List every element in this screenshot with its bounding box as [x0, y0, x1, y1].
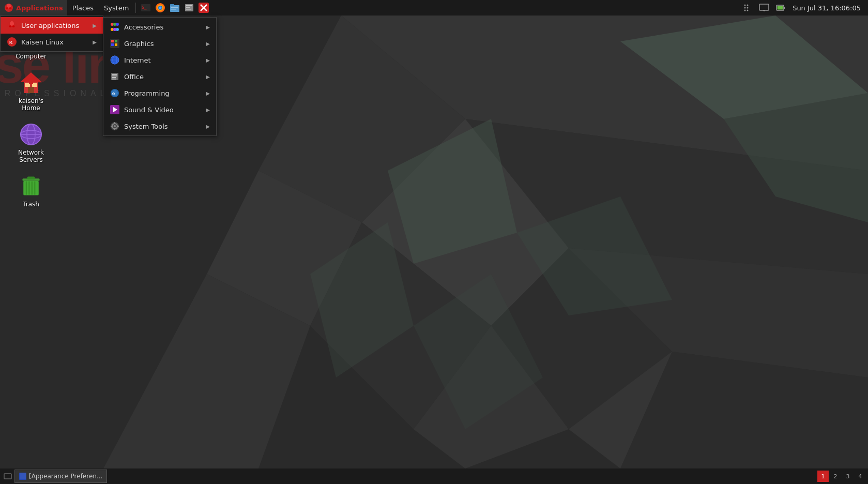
- terminal-launch-button[interactable]: $_: [139, 1, 153, 14]
- svg-rect-115: [114, 129, 115, 130]
- system-tools-icon: [110, 121, 120, 131]
- svg-rect-67: [29, 80, 33, 84]
- trash-icon-label: Trash: [23, 201, 39, 208]
- redapp-icon: [199, 3, 209, 13]
- panel-right: Sun Jul 31, 16:06:05: [741, 0, 868, 16]
- menu-item-kaisen-linux[interactable]: K Kaisen Linux ▶: [1, 34, 103, 50]
- accessories-arrow: ▶: [206, 24, 210, 30]
- network-servers-icon-item[interactable]: Network Servers: [10, 122, 52, 163]
- svg-rect-114: [114, 122, 115, 124]
- battery-button[interactable]: [774, 1, 787, 14]
- svg-point-46: [747, 10, 749, 11]
- panel-clock[interactable]: Sun Jul 31, 16:06:05: [789, 4, 864, 12]
- kaisen-linux-icon: K: [7, 37, 17, 47]
- trash-svg: [19, 174, 43, 199]
- network-servers-icon-image: [19, 122, 43, 147]
- show-desktop-icon: [4, 473, 12, 479]
- svg-rect-92: [115, 40, 117, 42]
- svg-point-44: [747, 7, 749, 9]
- svg-rect-31: [170, 4, 174, 6]
- svg-point-89: [116, 28, 119, 31]
- svg-rect-104: [112, 77, 116, 78]
- workspace-3-button[interactable]: 3: [842, 471, 854, 482]
- linux-icon: [7, 20, 17, 31]
- svg-text:⚙: ⚙: [112, 91, 115, 96]
- svg-rect-91: [111, 40, 114, 42]
- svg-point-42: [747, 5, 749, 6]
- svg-point-43: [744, 7, 746, 9]
- firefox-icon: [155, 3, 165, 13]
- menu-item-internet[interactable]: Internet ▶: [103, 52, 216, 68]
- workspace-2-button[interactable]: 2: [830, 471, 841, 482]
- menu-item-office[interactable]: Office ▶: [103, 68, 216, 85]
- svg-rect-37: [186, 9, 191, 10]
- top-panel: Applications Places System $_: [0, 0, 868, 16]
- menu-level2: Accessories ▶ Graphics: [103, 17, 217, 136]
- system-tray: [741, 1, 787, 14]
- menu-item-system-tools[interactable]: System Tools ▶: [103, 118, 216, 134]
- trash-icon-item[interactable]: Trash: [10, 174, 52, 208]
- svg-rect-122: [20, 473, 26, 479]
- display-button[interactable]: [757, 1, 771, 14]
- svg-rect-35: [186, 5, 192, 6]
- svg-rect-94: [115, 43, 117, 46]
- workspace-switcher: 1 2 3 4: [817, 468, 868, 484]
- network-servers-icon-label: Network Servers: [10, 149, 52, 163]
- svg-point-83: [12, 25, 15, 27]
- tray-menu-button[interactable]: [741, 1, 754, 14]
- show-desktop-button[interactable]: [2, 471, 13, 482]
- menu-item-graphics[interactable]: Graphics ▶: [103, 35, 216, 52]
- office-icon: [110, 71, 120, 82]
- user-applications-arrow: ▶: [93, 23, 97, 28]
- bottom-left: [Appearance Preferen...: [0, 468, 107, 484]
- graphics-arrow: ▶: [206, 41, 210, 47]
- programming-icon: ⚙: [110, 88, 120, 98]
- svg-rect-66: [28, 87, 34, 93]
- quick-launch: $_: [137, 0, 212, 16]
- display-icon: [759, 4, 769, 12]
- system-menu[interactable]: System: [99, 0, 134, 16]
- internet-arrow: ▶: [206, 57, 210, 63]
- svg-rect-74: [27, 177, 35, 180]
- dots-grid-icon: [743, 4, 752, 12]
- files-icon: [184, 3, 194, 13]
- menu-item-accessories[interactable]: Accessories ▶: [103, 19, 216, 35]
- svg-point-29: [159, 7, 161, 9]
- bottom-panel: [Appearance Preferen... 1 2 3 4: [0, 468, 868, 484]
- menu-level1: User applications ▶: [0, 16, 103, 52]
- files-launch-button[interactable]: [182, 1, 196, 14]
- appearance-app-icon: [19, 473, 26, 480]
- battery-icon: [776, 4, 785, 11]
- applications-menu[interactable]: Applications: [0, 0, 67, 16]
- menu-item-user-applications[interactable]: User applications ▶: [1, 17, 103, 34]
- kaisens-home-icon-item[interactable]: kaisen's Home: [10, 70, 52, 112]
- menu-item-sound-video[interactable]: Sound & Video ▶: [103, 101, 216, 118]
- system-tools-svg: [110, 122, 119, 131]
- places-menu[interactable]: Places: [67, 0, 99, 16]
- svg-rect-32: [171, 7, 178, 8]
- taskbar-item-appearance[interactable]: [Appearance Preferen...: [14, 470, 107, 483]
- workspace-4-button[interactable]: 4: [855, 471, 866, 482]
- menu-item-programming[interactable]: ⚙ Programming ▶: [103, 85, 216, 101]
- kaisen-logo-icon: K: [7, 37, 17, 47]
- svg-point-22: [9, 7, 12, 9]
- terminal-icon: $_: [141, 4, 151, 12]
- accessories-icon: [110, 22, 120, 32]
- redapp-launch-button[interactable]: [197, 1, 210, 14]
- firefox-launch-button[interactable]: [154, 1, 167, 14]
- graphics-svg: [110, 39, 119, 48]
- filemanager-icon: [170, 3, 180, 13]
- svg-point-113: [114, 125, 116, 127]
- workspace-1-button[interactable]: 1: [817, 471, 829, 482]
- panel-separator-1: [135, 3, 136, 13]
- svg-text:K: K: [9, 40, 13, 45]
- svg-rect-33: [171, 9, 176, 10]
- svg-rect-75: [23, 181, 39, 195]
- svg-point-82: [9, 25, 12, 27]
- svg-rect-51: [784, 7, 785, 9]
- computer-icon-label: Computer: [16, 53, 47, 60]
- filemanager-launch-button[interactable]: [168, 1, 181, 14]
- svg-text:$_: $_: [142, 5, 147, 10]
- svg-point-86: [116, 23, 119, 26]
- internet-icon: [110, 55, 120, 65]
